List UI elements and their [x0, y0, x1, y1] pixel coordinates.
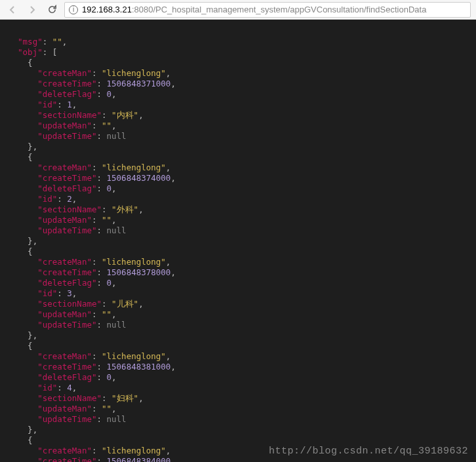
url-path: :8080/PC_hospital_management_system/appG… — [132, 5, 427, 14]
back-button[interactable] — [5, 3, 20, 17]
address-bar[interactable]: i 192.168.3.21:8080/PC_hospital_manageme… — [64, 2, 471, 18]
json-content: "msg": "", "obj": [ { "createMan": "lich… — [8, 37, 476, 462]
browser-toolbar: i 192.168.3.21:8080/PC_hospital_manageme… — [0, 0, 476, 20]
watermark: http://blog.csdn.net/qq_39189632 — [269, 446, 468, 457]
forward-button[interactable] — [25, 3, 39, 17]
site-info-icon[interactable]: i — [69, 5, 78, 14]
url-host: 192.168.3.21 — [82, 5, 132, 14]
json-response-body: "msg": "", "obj": [ { "createMan": "lich… — [0, 20, 476, 462]
reload-button[interactable] — [45, 3, 59, 17]
